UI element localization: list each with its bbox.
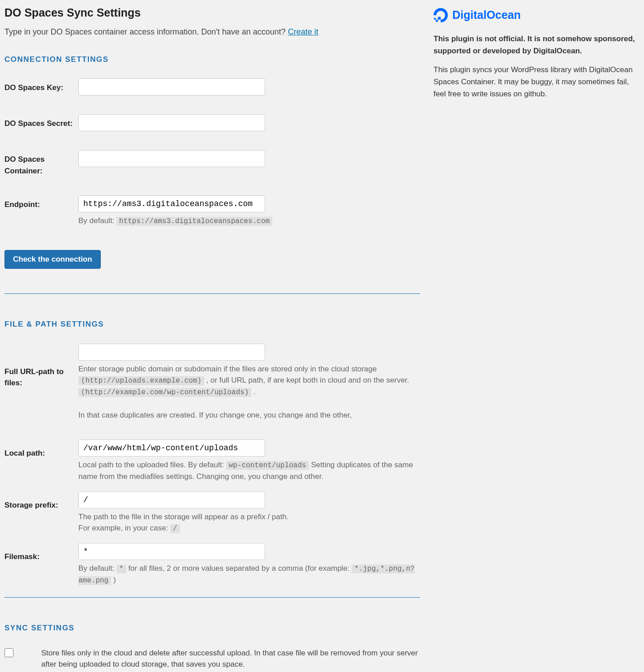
- localpath-input[interactable]: [78, 439, 265, 457]
- filemask-label: Filemask:: [4, 543, 78, 563]
- localpath-description: Local path to the uploaded files. By def…: [78, 459, 420, 482]
- key-label: DO Spaces Key:: [4, 78, 78, 94]
- section-connection-header: CONNECTION SETTINGS: [4, 54, 420, 65]
- divider: [4, 293, 420, 294]
- urlpath-label: Full URL-path to files:: [4, 344, 78, 389]
- secret-input[interactable]: [78, 114, 265, 131]
- container-label: DO Spaces Container:: [4, 150, 78, 177]
- intro-text: Type in your DO Spaces container access …: [4, 26, 420, 38]
- create-account-link[interactable]: Create it: [288, 27, 318, 36]
- store-only-cloud-label: Store files only in the cloud and delete…: [41, 647, 420, 670]
- localpath-label: Local path:: [4, 439, 78, 459]
- key-input[interactable]: [78, 78, 265, 95]
- page-title: DO Spaces Sync Settings: [4, 4, 420, 22]
- prefix-description: The path to the file in the storage will…: [78, 511, 420, 534]
- check-connection-button[interactable]: Check the connection: [4, 250, 101, 269]
- urlpath-description: Enter storage public domain or subdomain…: [78, 363, 420, 421]
- section-sync-header: SYNC SETTINGS: [4, 622, 420, 634]
- endpoint-label: Endpoint:: [4, 195, 78, 211]
- plugin-description: This plugin syncs your WordPress library…: [434, 64, 640, 100]
- prefix-input[interactable]: [78, 491, 265, 508]
- urlpath-input[interactable]: [78, 344, 265, 361]
- endpoint-input[interactable]: [78, 195, 265, 212]
- disclaimer-text: This plugin is not official. It is not s…: [434, 33, 640, 57]
- endpoint-description: By default: https://ams3.digitaloceanspa…: [78, 215, 420, 227]
- intro-text-body: Type in your DO Spaces container access …: [4, 27, 288, 36]
- section-filepath-header: FILE & PATH SETTINGS: [4, 319, 420, 330]
- store-only-cloud-checkbox[interactable]: [4, 648, 13, 657]
- filemask-input[interactable]: [78, 543, 265, 560]
- digitalocean-brand-text: DigitalOcean: [452, 7, 521, 24]
- filemask-description: By default: * for all files, 2 or more v…: [78, 563, 420, 586]
- divider: [4, 597, 420, 598]
- secret-label: DO Spaces Secret:: [4, 114, 78, 129]
- container-input[interactable]: [78, 150, 265, 167]
- digitalocean-logo-icon: [434, 8, 448, 22]
- digitalocean-brand: DigitalOcean: [434, 7, 640, 24]
- prefix-label: Storage prefix:: [4, 491, 78, 511]
